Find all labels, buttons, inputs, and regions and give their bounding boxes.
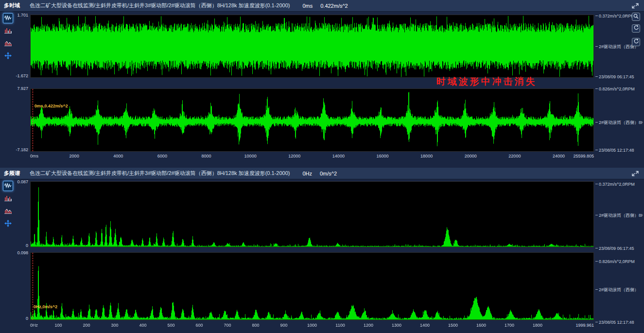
move-cross-icon <box>4 220 12 228</box>
spectrum-panel-title: 色连二矿大型设备在线监测/主斜井皮带机/主斜井3#驱动部/2#驱动滚筒（西侧）8… <box>30 170 290 177</box>
spectrum-plot-ch1[interactable] <box>30 181 594 247</box>
rotate-ccw-icon <box>633 25 639 32</box>
pan-tool-button[interactable] <box>3 219 13 229</box>
cascade-spectrum-tool-button[interactable] <box>3 38 13 49</box>
spectrum-tool-button[interactable] <box>3 193 13 204</box>
spectrum-cascade-icon <box>4 40 12 48</box>
x-tick-label: 4000 <box>113 154 123 158</box>
restore-view-button-2[interactable] <box>632 38 640 46</box>
x-tick-label: 25599.805 <box>573 154 594 158</box>
channel-peak-label: 0.826m/s^2,0RPM <box>595 87 635 91</box>
expand-icon[interactable] <box>630 2 640 10</box>
spectrum-bars-icon <box>4 195 12 203</box>
spectrum-plot-ch2[interactable]: 0Hz,0m/s^2 <box>30 252 594 320</box>
y-axis-max-label: 7.927 <box>0 86 28 91</box>
y-axis-min-label: 0 <box>0 243 28 248</box>
x-tick-label: 100 <box>54 323 62 328</box>
x-tick-label: 1400 <box>420 323 430 328</box>
x-tick-label: 900 <box>280 323 287 328</box>
move-cross-icon <box>4 52 12 61</box>
spectrum-cursor-line[interactable] <box>33 253 33 320</box>
frequency-x-axis: 0Hz1002003004005006007008009001000110012… <box>30 322 594 329</box>
channel-time-label: 23/08/09 06:17:45 <box>595 246 634 251</box>
x-tick-label: 1500 <box>448 323 458 328</box>
y-axis-min-label: -7.182 <box>0 147 28 152</box>
time-panel-toolbar <box>1 13 15 61</box>
x-tick-label: 400 <box>139 323 146 328</box>
zoom-button[interactable] <box>632 13 640 21</box>
panel-tab-spectrum[interactable]: 多频谱 <box>4 170 20 177</box>
channel-time-label: 23/08/05 12:17:48 <box>595 148 634 153</box>
channel-peak-label: 0.826m/s^2,0RPM <box>595 259 635 264</box>
analysis-annotation: 时域波形中冲击消失 <box>436 75 537 88</box>
channel-name-label: 2#驱动滚筒（西侧） <box>595 287 639 293</box>
x-tick-label: 1600 <box>476 323 486 328</box>
x-tick-label: 8000 <box>201 154 211 158</box>
time-cursor-x-readout: 0ms <box>302 3 313 9</box>
y-axis-min-label: 0 <box>0 316 28 321</box>
x-tick-label: 20000 <box>465 154 477 158</box>
cascade-spectrum-tool-button[interactable] <box>3 206 13 216</box>
cursor-value-label: 0Hz,0m/s^2 <box>34 304 57 309</box>
x-tick-label: 1000 <box>307 323 317 328</box>
restore-view-button[interactable] <box>632 24 640 33</box>
x-tick-label: 0ms <box>30 154 38 158</box>
time-panel-title: 色连二矿大型设备在线监测/主斜井皮带机/主斜井3#驱动部/2#驱动滚筒（西侧）8… <box>30 2 290 9</box>
channel-name-label: 2#驱动滚筒（西侧）8H <box>595 212 643 219</box>
x-tick-label: 1100 <box>335 323 345 328</box>
time-cursor-y-readout: 0.422m/s^2 <box>320 3 348 9</box>
spectrum-canvas-ch1 <box>31 182 593 247</box>
channel-time-label: 23/08/05 12:17:48 <box>595 320 634 325</box>
x-tick-label: 24000 <box>553 154 565 158</box>
channel-peak-label: 0.372m/s^2,0RPM <box>595 14 635 18</box>
x-tick-label: 0Hz <box>30 323 38 328</box>
channel-name-label: 2#驱动滚筒（西侧）8H <box>595 120 643 126</box>
waveform-plot-ch2[interactable]: 0ms,0.422m/s^2 <box>30 88 594 152</box>
x-tick-label: 14000 <box>332 154 345 158</box>
rotate-ccw-icon <box>633 38 639 46</box>
x-tick-label: 700 <box>224 323 231 328</box>
channel-peak-label: 0.372m/s^2,0RPM <box>595 182 635 187</box>
x-tick-label: 200 <box>83 323 90 328</box>
expand-icon[interactable] <box>630 170 640 177</box>
time-cursor-line[interactable] <box>33 89 33 151</box>
spectrum-canvas-ch2 <box>31 253 593 320</box>
spectrum-cursor-x-readout: 0Hz <box>302 171 312 176</box>
panel-tab-time[interactable]: 多时域 <box>4 2 20 9</box>
x-tick-label: 18000 <box>420 154 433 158</box>
waveform-canvas-ch1 <box>31 15 593 77</box>
vibration-monitoring-app: 多时域 色连二矿大型设备在线监测/主斜井皮带机/主斜井3#驱动部/2#驱动滚筒（… <box>0 0 644 333</box>
y-axis-max-label: 0.087 <box>0 179 28 184</box>
y-axis-max-label: 1.701 <box>0 13 28 18</box>
pan-tool-button[interactable] <box>3 51 13 61</box>
waveform-plot-ch1[interactable] <box>30 15 594 78</box>
x-tick-label: 2000 <box>70 154 79 158</box>
x-tick-label: 16000 <box>376 154 388 158</box>
spectrum-tool-button[interactable] <box>3 26 13 36</box>
x-tick-label: 600 <box>195 323 203 328</box>
x-tick-label: 22000 <box>508 154 521 158</box>
waveform-canvas-ch2 <box>31 89 593 151</box>
magnifier-icon <box>633 13 639 20</box>
y-axis-min-label: -1.672 <box>0 73 28 78</box>
x-tick-label: 800 <box>252 323 259 328</box>
x-tick-label: 6000 <box>157 154 167 158</box>
x-tick-label: 1999.961 <box>575 323 594 328</box>
time-x-axis: 0ms2000400060008000100001200014000160001… <box>30 153 594 159</box>
cursor-value-label: 0ms,0.422m/s^2 <box>35 104 68 108</box>
channel-time-label: 23/08/09 06:17:45 <box>595 74 634 79</box>
time-domain-panel: 多时域 色连二矿大型设备在线监测/主斜井皮带机/主斜井3#驱动部/2#驱动滚筒（… <box>0 0 644 168</box>
time-panel-header: 多时域 色连二矿大型设备在线监测/主斜井皮带机/主斜井3#驱动部/2#驱动滚筒（… <box>0 0 644 12</box>
x-tick-label: 12000 <box>288 154 300 158</box>
x-tick-label: 1700 <box>505 323 514 328</box>
x-tick-label: 1800 <box>533 323 542 328</box>
x-tick-label: 300 <box>111 323 118 328</box>
x-tick-label: 10000 <box>244 154 257 158</box>
y-axis-max-label: 0.098 <box>0 250 28 255</box>
spectrum-cascade-icon <box>4 208 12 215</box>
spectrum-panel-toolbar <box>1 181 15 229</box>
x-tick-label: 1200 <box>364 323 373 328</box>
x-tick-label: 500 <box>167 323 174 328</box>
spectrum-panel-header: 多频谱 色连二矿大型设备在线监测/主斜井皮带机/主斜井3#驱动部/2#驱动滚筒（… <box>0 168 644 179</box>
spectrum-bars-icon <box>4 27 12 35</box>
